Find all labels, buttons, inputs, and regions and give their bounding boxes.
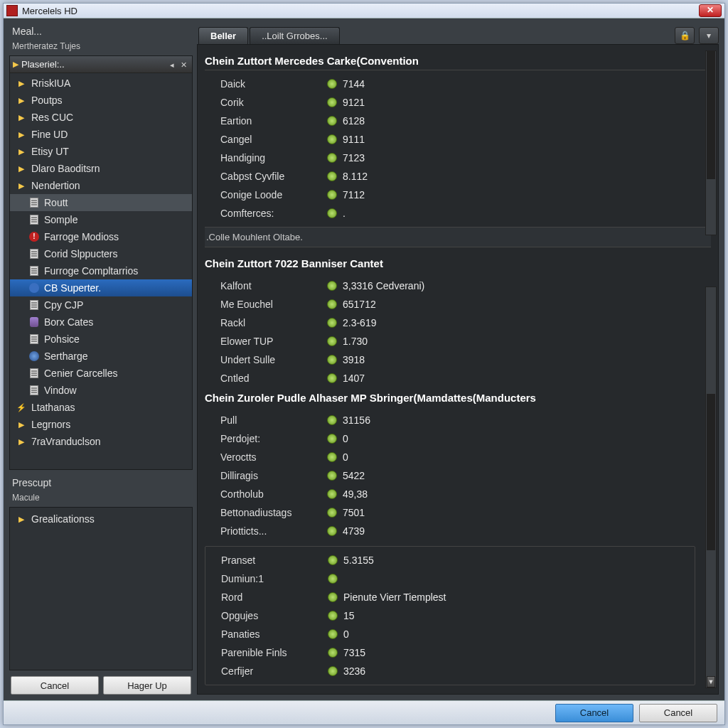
check-icon	[327, 355, 337, 365]
body: Meal... Mertheratez Tujes ▶ Plaseriel:..…	[4, 18, 724, 700]
property-name: Me Eouchel	[220, 299, 327, 310]
tree-header: ▶ Plaseriel:.. ◂ ✕	[10, 56, 192, 73]
property-row: Daick7144	[220, 75, 711, 93]
property-row: Kalfont3,3316 Cedverani)	[220, 277, 711, 295]
scrollbar-upper[interactable]	[705, 50, 717, 235]
property-value: 0	[343, 433, 348, 444]
arrow-icon: ▶	[16, 180, 27, 191]
tree-item[interactable]: ▶Grealicationss	[10, 510, 192, 528]
property-value: 6128	[343, 115, 365, 127]
check-icon	[327, 526, 337, 536]
tree-item[interactable]: ▶Legrnors	[10, 416, 192, 433]
property-value: 7123	[343, 152, 365, 164]
check-icon	[327, 97, 337, 107]
property-row: Dumiun:1	[221, 569, 695, 588]
menu-label[interactable]: Meal...	[9, 24, 193, 38]
document-icon	[28, 248, 40, 259]
section3-props: Pull31156Perdojet:0Veroctts0Dilliragis54…	[205, 411, 711, 540]
close-button[interactable]: ✕	[699, 4, 722, 17]
hager-up-button[interactable]: Hager Up	[103, 676, 191, 695]
dialog-cancel-secondary[interactable]: Cancel	[639, 704, 717, 722]
arrow-icon: ▶	[16, 129, 27, 140]
property-row: Rackl2.3-619	[220, 314, 711, 332]
tree-item[interactable]: ▶Fine UD	[10, 126, 192, 143]
tree-item[interactable]: Routt	[10, 194, 192, 211]
tree-item[interactable]: Borx Cates	[10, 314, 192, 331]
property-value: 49,38	[343, 488, 368, 500]
dialog-cancel-primary[interactable]: Cancel	[555, 704, 633, 722]
property-name: Corik	[220, 97, 327, 108]
tree-item[interactable]: Pohsice	[10, 331, 192, 348]
tree-item[interactable]: Sertharge	[10, 348, 192, 365]
cancel-button[interactable]: Cancel	[11, 676, 99, 695]
tree-item[interactable]: Cpy CJP	[10, 296, 192, 314]
property-row: Me Eouchel651712	[220, 295, 711, 314]
check-icon	[327, 508, 337, 518]
tree-item[interactable]: ▶RriskIUA	[10, 75, 192, 92]
tree-item-label: Legrnors	[31, 419, 70, 430]
tree-header-label: Plaseriel:..	[21, 59, 166, 70]
section3-title: Chein Zuroler Pudle Alhaser MP Sbringer(…	[205, 387, 711, 407]
tree-item[interactable]: !Farroge Modioss	[10, 228, 192, 245]
scroll-down-icon[interactable]: ▼	[707, 676, 715, 687]
tab-loilt-grrobes[interactable]: ..Loilt Grrobes...	[250, 27, 339, 44]
tree-item[interactable]: ▶Etisy UT	[10, 143, 192, 160]
check-icon	[327, 318, 337, 328]
property-value: 9111	[343, 134, 365, 145]
check-icon	[327, 153, 337, 163]
scrollbar-lower[interactable]: ▼	[705, 287, 717, 688]
prescupt-tree[interactable]: ▶Grealicationss	[10, 508, 192, 670]
tree-item[interactable]: ▶Poutps	[10, 92, 192, 109]
property-value: 0	[343, 451, 348, 463]
arrow-icon: ▶	[16, 77, 27, 89]
tree-item-label: Routt	[44, 197, 68, 208]
tree-item[interactable]: Vindow	[10, 382, 192, 399]
close-panel-icon[interactable]: ✕	[178, 59, 189, 70]
property-row: Bettonadiustags7501	[220, 503, 711, 522]
prescupt-panel: ▶Grealicationss	[9, 507, 193, 670]
tree-item-label: Res CUC	[31, 112, 73, 123]
property-row: Perdojet:0	[220, 429, 711, 448]
check-icon	[328, 574, 338, 584]
arrow-icon: ▶	[16, 163, 27, 174]
property-name: Conige Loode	[220, 189, 327, 200]
property-row: Conige Loode7112	[220, 186, 711, 204]
arrow-icon: ▶	[13, 60, 18, 69]
tree-item-label: Pohsice	[44, 333, 80, 345]
tree-item[interactable]: ▶7raVranduclson	[10, 433, 192, 450]
check-icon	[327, 134, 337, 144]
property-value: 15	[343, 610, 355, 621]
sub-divider[interactable]: .Colle Mouhlent Oltabe.	[205, 227, 711, 247]
property-name: Cortholub	[220, 488, 327, 500]
tree-item[interactable]: ▶Res CUC	[10, 109, 192, 126]
property-name: Rord	[221, 592, 328, 603]
tree-item[interactable]: Furroge Compltarrios	[10, 262, 192, 279]
lock-icon[interactable]: 🔒	[675, 27, 695, 44]
prescupt-label: Prescupt	[9, 476, 193, 490]
tree-item[interactable]: CB Superter.	[10, 279, 192, 296]
property-name: Elower TUP	[220, 336, 327, 347]
tab-beller[interactable]: Beller	[198, 27, 248, 44]
property-row: Cangel9111	[220, 130, 711, 149]
tree-item[interactable]: Corid Slppucters	[10, 245, 192, 262]
app-icon	[6, 5, 18, 16]
collapse-icon[interactable]: ◂	[166, 59, 178, 70]
scroll-area[interactable]: Chein Zuttort Mercedes Carke(Convention …	[198, 45, 718, 694]
property-value: 7144	[343, 78, 365, 90]
circle-icon	[28, 282, 40, 294]
property-row: Cntled1407	[220, 369, 711, 387]
tree-item[interactable]: ▶Dlaro Baoditsrn	[10, 160, 192, 177]
tree-item[interactable]: ▶Nendertion	[10, 177, 192, 194]
property-name: Parenible Finls	[221, 647, 328, 658]
property-name: Dilliragis	[220, 470, 327, 481]
dropdown-icon[interactable]: ▾	[699, 27, 719, 44]
check-icon	[327, 489, 337, 499]
tree-item[interactable]: Somple	[10, 211, 192, 228]
property-value: 31156	[343, 414, 370, 426]
tree-item-label: Grealicationss	[31, 513, 95, 525]
check-icon	[327, 373, 337, 383]
check-icon	[327, 116, 337, 126]
tree[interactable]: ▶RriskIUA▶Poutps▶Res CUC▶Fine UD▶Etisy U…	[10, 73, 192, 469]
tree-item[interactable]: ⚡Ltathanas	[10, 399, 192, 416]
tree-item[interactable]: Cenier Carcelles	[10, 365, 192, 382]
